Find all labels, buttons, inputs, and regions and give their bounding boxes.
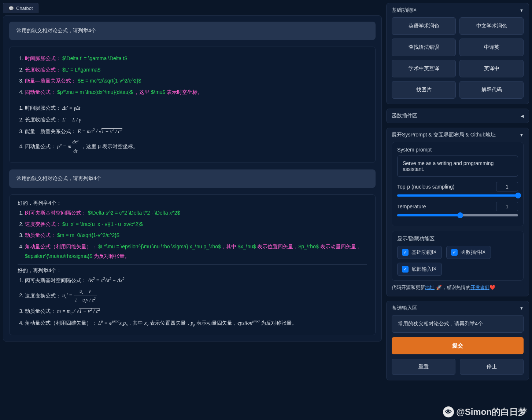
list-item: 四动量公式： $p^\mu = m \frac{dx^\mu}{d\tau}$ …: [25, 87, 367, 97]
temperature-slider[interactable]: [397, 214, 518, 216]
chat-icon: 💬: [8, 6, 14, 11]
fn-english-polish[interactable]: 英语学术润色: [392, 17, 456, 35]
checkbox-icon: ✓: [402, 249, 409, 256]
check-bottom-input[interactable]: ✓ 底部输入区: [397, 263, 442, 276]
user-message: 常用的狭义相对论公式，请再列举4个: [9, 169, 376, 188]
bot-message: 时间膨胀公式： $\Delta t' = \gamma \Delta t$ 长度…: [9, 47, 376, 163]
chevron-down-icon: ▼: [520, 8, 524, 12]
footer-note: 代码开源和更新地址 🚀，感谢热情的开发者们❤️: [392, 284, 524, 291]
list-item: 速度变换公式： $u_x' = \frac{u_x - v}{1 - u_xv/…: [25, 219, 367, 229]
submit-button[interactable]: 提交: [392, 337, 524, 354]
bot-message: 好的，再列举4个： 闵可夫斯基时空间隔公式： $\Delta s^2 = c^2…: [9, 194, 376, 335]
fn-find-image[interactable]: 找图片: [392, 81, 456, 99]
formula: pμ = mdxμdτ: [57, 144, 80, 149]
list-item: 长度收缩公式： L′ = L / γ: [25, 115, 367, 125]
checkbox-icon: ✓: [402, 266, 409, 273]
temperature-value[interactable]: 1: [496, 202, 518, 211]
fn-zh-to-en[interactable]: 中译英: [459, 39, 524, 56]
reset-button[interactable]: 重置: [392, 359, 455, 375]
topp-label: Top-p (nucleus sampling): [397, 184, 454, 190]
repo-link[interactable]: 地址: [425, 285, 435, 290]
topp-value[interactable]: 1: [496, 182, 518, 191]
tab-chatbot[interactable]: 💬 Chatbot: [3, 3, 38, 13]
basic-functions-panel: 基础功能区 ▼ 英语学术润色 中文学术润色 查找语法错误 中译英 学术中英互译 …: [386, 3, 529, 104]
temperature-label: Temperature: [397, 204, 426, 209]
list-item: 能量—质量关系公式： E = mc2 / √1 − v2 / c2: [25, 127, 367, 137]
list-item: 能量—质量关系公式： $E = mc^2/\sqrt{1-v^2/c^2}$: [25, 76, 367, 86]
plugin-panel: 函数插件区 ◀: [386, 109, 529, 123]
formula: ux′ = ux − v1 − uxv / c2: [62, 293, 97, 298]
chevron-left-icon: ◀: [521, 114, 524, 118]
user-message: 常用的狭义相对论公式，请列举4个: [9, 22, 376, 40]
checkbox-icon: ✓: [451, 249, 458, 256]
developers-link[interactable]: 开发者们: [470, 285, 489, 290]
chevron-down-icon: ▼: [520, 306, 524, 310]
list-item: 长度收缩公式： $L' = L/\gamma$: [25, 65, 367, 75]
fn-en-to-zh[interactable]: 英译中: [459, 60, 524, 77]
list-item: 动质量公式： m = m0 / √1 − v2 / c2: [25, 306, 367, 317]
list-item: 动质量公式： $m = m_0/\sqrt{1-v^2/c^2}$: [25, 230, 367, 240]
check-basic[interactable]: ✓ 基础功能区: [397, 246, 442, 259]
formula: Δs2 = c2Δt2 − Δx2: [88, 278, 125, 283]
panel-toggle[interactable]: 展开SysPrompt & 交互界面布局 & Github地址 ▼: [392, 132, 524, 138]
fn-grammar-check[interactable]: 查找语法错误: [392, 39, 456, 56]
system-prompt-label: System prompt: [397, 147, 518, 153]
alt-input-panel: 备选输入区 ▼ 常用的狭义相对论公式，请再列举4个 提交 重置 停止: [386, 301, 529, 380]
list-item: 闵可夫斯基时空间隔公式： $\Delta s^2 = c^2 \Delta t^…: [25, 208, 367, 218]
list-item: 四动量公式： pμ = mdxμdτ ，这里 μ 表示时空坐标。: [25, 138, 367, 156]
tab-label: Chatbot: [16, 6, 33, 11]
panel-toggle[interactable]: 备选输入区 ▼: [392, 305, 524, 311]
stop-button[interactable]: 停止: [460, 359, 524, 375]
list-item: 角动量公式（利用四维矢量）： $L^\mu = \epsilon^{\mu \n…: [25, 242, 367, 261]
fn-explain-code[interactable]: 解释代码: [459, 81, 524, 99]
check-plugin[interactable]: ✓ 函数插件区: [446, 246, 491, 259]
system-prompt-input[interactable]: Serve me as a writing and programming as…: [397, 156, 518, 177]
formula: L′ = L / γ: [62, 117, 81, 123]
user-text: 常用的狭义相对论公式，请列举4个: [16, 28, 96, 33]
list-item: 时间膨胀公式： $\Delta t' = \gamma \Delta t$: [25, 54, 367, 63]
formula: Δt′ = γΔt: [62, 105, 80, 111]
formula: m = m0 / √1 − v2 / c2: [57, 308, 100, 314]
panel-toggle[interactable]: 基础功能区 ▼: [392, 7, 524, 14]
chat-area: 常用的狭义相对论公式，请列举4个 时间膨胀公式： $\Delta t' = \g…: [3, 15, 382, 342]
chevron-down-icon: ▼: [520, 133, 524, 137]
topp-slider[interactable]: [397, 194, 518, 197]
alt-input[interactable]: 常用的狭义相对论公式，请再列举4个: [392, 315, 524, 333]
list-item: 时间膨胀公式： Δt′ = γΔt: [25, 103, 367, 113]
fn-chinese-polish[interactable]: 中文学术润色: [459, 17, 524, 35]
list-item: 速度变换公式： ux′ = ux − v1 − uxv / c2: [25, 287, 367, 305]
user-text: 常用的狭义相对论公式，请再列举4个: [16, 175, 101, 181]
show-hide-label: 显示/隐藏功能区: [397, 235, 518, 242]
list-item: 闵可夫斯基时空间隔公式： Δs2 = c2Δt2 − Δx2: [25, 275, 367, 286]
panel-toggle[interactable]: 函数插件区 ◀: [392, 113, 524, 119]
expand-panel: 展开SysPrompt & 交互界面布局 & Github地址 ▼ System…: [386, 128, 529, 296]
formula: E = mc2 / √1 − v2 / c2: [78, 129, 122, 134]
fn-academic-translate[interactable]: 学术中英互译: [392, 60, 456, 77]
list-item: 角动量公式（利用四维矢量）： Lμ = ϵμνρσxνpρ，其中 xν 表示位置…: [25, 318, 367, 328]
formula: Lμ = ϵμνρσxνpρ: [98, 320, 128, 326]
